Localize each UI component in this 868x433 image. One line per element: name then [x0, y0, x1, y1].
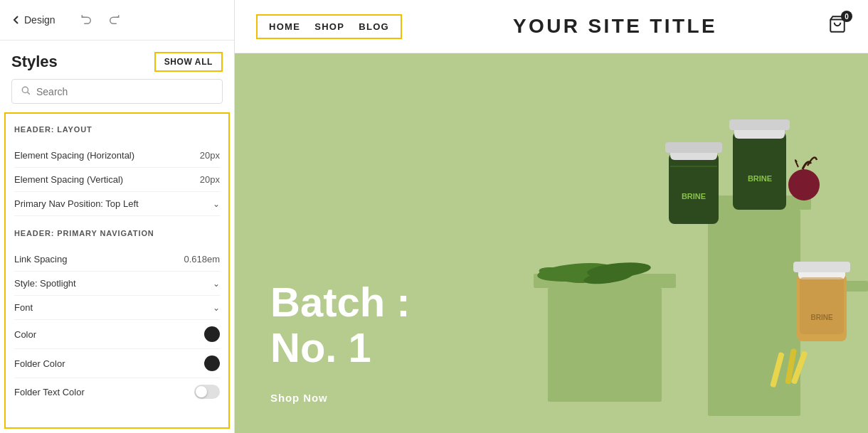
nav-link-shop[interactable]: SHOP [314, 21, 344, 32]
font-dropdown[interactable]: ⌄ [213, 303, 220, 313]
svg-rect-15 [733, 132, 786, 210]
setting-row-link-spacing: Link Spacing 0.618em [14, 247, 220, 272]
search-input[interactable] [36, 86, 213, 97]
svg-text:BRINE: BRINE [748, 174, 772, 183]
hero-heading-line1: Batch : [270, 279, 411, 325]
top-bar: Design [0, 0, 234, 41]
left-panel: Design Styles SHOW ALL [0, 0, 235, 433]
styles-header: Styles SHOW ALL [0, 41, 234, 79]
setting-value: 20px [200, 150, 220, 161]
back-button[interactable]: Design [11, 14, 55, 26]
setting-row-font[interactable]: Font ⌄ [14, 296, 220, 320]
setting-row-style[interactable]: Style: Spotlight ⌄ [14, 272, 220, 296]
cart-area[interactable]: 0 [828, 15, 847, 38]
style-dropdown[interactable]: ⌄ [213, 279, 220, 289]
folder-color-swatch[interactable] [204, 356, 220, 371]
setting-row-nav-position[interactable]: Primary Nav Position: Top Left ⌄ [14, 192, 220, 216]
svg-rect-6 [708, 210, 800, 416]
hero-illustration: BRINE BRINE BRINE [356, 53, 868, 433]
site-title: YOUR SITE TITLE [513, 15, 717, 38]
setting-row-v-spacing: Element Spacing (Vertical) 20px [14, 168, 220, 192]
nav-area: HOME SHOP BLOG [256, 14, 402, 39]
hero-cta-button[interactable]: Shop Now [270, 392, 328, 404]
setting-name: Element Spacing (Horizontal) [14, 150, 134, 161]
setting-row-color: Color [14, 320, 220, 349]
undo-button[interactable] [77, 10, 97, 30]
chevron-down-icon: ⌄ [213, 303, 220, 313]
color-swatch[interactable] [204, 326, 220, 342]
svg-rect-22 [793, 262, 850, 272]
cart-badge: 0 [841, 11, 852, 22]
setting-name: Folder Text Color [14, 387, 85, 397]
toolbar-icons [77, 10, 124, 30]
setting-name: Color [14, 329, 36, 340]
styles-title: Styles [11, 53, 58, 71]
hero-section: BRINE BRINE BRINE [235, 53, 868, 433]
setting-name: Style: Spotlight [14, 278, 76, 289]
hero-heading-line2: No. 1 [270, 324, 371, 370]
nav-link-blog[interactable]: BLOG [359, 21, 389, 32]
svg-rect-4 [548, 288, 662, 402]
setting-row-h-spacing: Element Spacing (Horizontal) 20px [14, 144, 220, 168]
svg-rect-14 [670, 166, 717, 167]
back-label: Design [24, 14, 55, 26]
setting-name: Link Spacing [14, 254, 67, 264]
search-icon [21, 85, 31, 97]
folder-text-color-toggle[interactable] [194, 385, 220, 399]
svg-rect-17 [729, 119, 790, 130]
panel-content: HEADER: LAYOUT Element Spacing (Horizont… [4, 112, 230, 429]
setting-dropdown[interactable]: ⌄ [213, 199, 220, 209]
site-header: HOME SHOP BLOG YOUR SITE TITLE 0 [235, 0, 868, 53]
setting-name: Font [14, 302, 33, 313]
setting-name: Folder Color [14, 358, 65, 369]
svg-point-0 [22, 87, 28, 92]
svg-text:BRINE: BRINE [682, 192, 706, 201]
search-bar [11, 79, 223, 104]
hero-heading: Batch : No. 1 [270, 279, 411, 370]
show-all-button[interactable]: SHOW ALL [154, 52, 223, 72]
svg-point-19 [788, 169, 820, 201]
setting-value: 0.618em [184, 254, 220, 264]
setting-value: 20px [200, 174, 220, 185]
chevron-down-icon: ⌄ [213, 279, 220, 289]
svg-rect-24 [800, 277, 844, 334]
svg-line-1 [28, 92, 30, 95]
setting-row-folder-color: Folder Color [14, 349, 220, 378]
svg-rect-10 [669, 153, 719, 224]
header-nav-label: HEADER: PRIMARY NAVIGATION [14, 229, 220, 237]
svg-rect-12 [665, 142, 722, 153]
setting-name: Primary Nav Position: Top Left [14, 198, 139, 209]
right-panel: HOME SHOP BLOG YOUR SITE TITLE 0 [235, 0, 868, 433]
redo-button[interactable] [104, 10, 124, 30]
hero-text: Batch : No. 1 Shop Now [270, 279, 411, 405]
setting-name: Element Spacing (Vertical) [14, 174, 123, 185]
nav-link-home[interactable]: HOME [269, 21, 300, 32]
setting-row-folder-text-color: Folder Text Color [14, 378, 220, 405]
chevron-down-icon: ⌄ [213, 199, 220, 209]
header-layout-label: HEADER: LAYOUT [14, 125, 220, 134]
